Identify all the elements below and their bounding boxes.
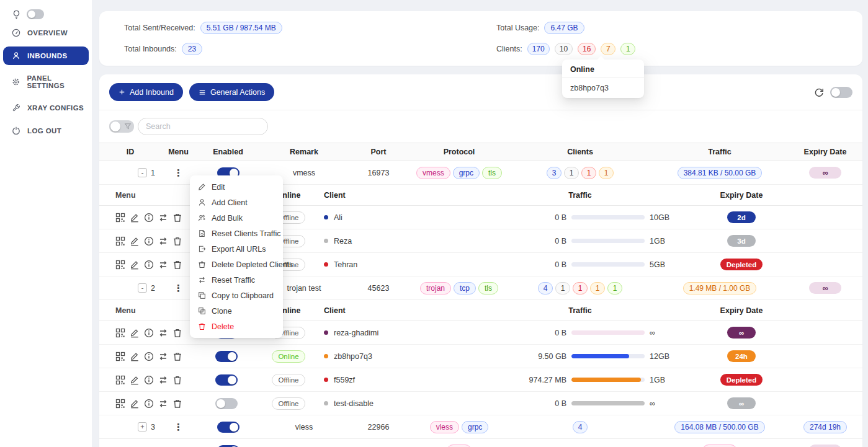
client-enabled-toggle[interactable] — [215, 374, 238, 386]
client-count-badge[interactable]: 1 — [573, 282, 588, 294]
traffic-used: 0 B — [486, 213, 566, 222]
client-count-badge[interactable]: 4 — [573, 421, 588, 433]
qr-code-icon[interactable] — [115, 260, 125, 270]
traffic-bar — [571, 401, 645, 405]
toolbar: Add Inbound General Actions — [99, 74, 862, 110]
protocol-tag: trojan — [420, 282, 451, 294]
funnel-icon — [124, 123, 132, 130]
menu-item-delete-depleted-clients[interactable]: Delete Depleted Clients — [190, 257, 283, 272]
client-count-badge[interactable]: 1 — [581, 167, 596, 179]
sidebar-item-overview[interactable]: OVERVIEW — [3, 24, 89, 42]
delete-icon[interactable] — [172, 213, 182, 223]
edit-icon[interactable] — [130, 260, 140, 270]
client-enabled-toggle[interactable] — [215, 398, 238, 409]
info-icon[interactable] — [144, 213, 154, 223]
client-count-badge[interactable]: 1 — [564, 167, 579, 179]
qr-code-icon[interactable] — [115, 375, 125, 385]
refresh-icon[interactable] — [814, 87, 824, 97]
client-count-badge[interactable]: 1 — [599, 167, 614, 179]
inbound-id: 1 — [151, 169, 155, 177]
edit-icon[interactable] — [130, 213, 140, 223]
inbound-traffic-tag: 384.81 KB / 50.00 GB — [678, 167, 763, 179]
popup-title: Online — [562, 60, 644, 78]
table-header: ID Menu Enabled Remark Port Protocol Cli… — [99, 143, 862, 161]
reset-traffic-icon[interactable] — [158, 352, 168, 361]
sub-col-menu: Menu — [99, 191, 192, 200]
add-inbound-button[interactable]: Add Inbound — [109, 83, 183, 101]
theme-toggle[interactable] — [27, 9, 44, 19]
edit-icon[interactable] — [130, 399, 140, 409]
delete-icon[interactable] — [172, 236, 182, 246]
sidebar-item-panel-settings[interactable]: PANEL SETTINGS — [3, 69, 89, 94]
reset-traffic-icon[interactable] — [158, 236, 168, 246]
menu-item-edit[interactable]: Edit — [190, 179, 283, 195]
clients-expiring-badge[interactable]: 7 — [601, 43, 615, 55]
client-count-badge[interactable]: 1 — [590, 282, 605, 294]
client-count-badge[interactable]: 1 — [607, 282, 622, 294]
menu-item-delete[interactable]: Delete — [190, 319, 283, 334]
expand-row-button[interactable]: + — [138, 422, 147, 432]
delete-icon[interactable] — [172, 260, 182, 270]
menu-item-reset-traffic[interactable]: Reset Traffic — [190, 272, 283, 288]
clients-online-badge[interactable]: 1 — [620, 43, 635, 55]
row-menu-button[interactable]: ⋮ — [174, 168, 183, 177]
sub-col-traffic: Traffic — [465, 191, 695, 200]
auto-refresh-toggle[interactable] — [830, 87, 852, 98]
clients-deactive-badge[interactable]: 10 — [555, 43, 573, 55]
reset-traffic-icon[interactable] — [158, 399, 168, 409]
search-input[interactable] — [138, 118, 268, 135]
menu-item-clone[interactable]: Clone — [190, 303, 283, 319]
menu-item-copy-to-clipboard[interactable]: Copy to Clipboard — [190, 288, 283, 303]
traffic-bar — [571, 215, 645, 219]
reset-traffic-icon[interactable] — [158, 328, 168, 338]
info-icon[interactable] — [144, 260, 154, 270]
delete-icon[interactable] — [172, 399, 182, 409]
client-count-badge[interactable]: 1 — [555, 282, 570, 294]
client-enabled-toggle[interactable] — [215, 351, 238, 362]
info-icon[interactable] — [144, 399, 154, 409]
client-name: Reza — [334, 237, 352, 246]
edit-icon[interactable] — [130, 375, 140, 385]
clients-total-badge[interactable]: 170 — [527, 43, 550, 55]
sidebar-item-xray-configs[interactable]: XRAY CONFIGS — [3, 99, 89, 117]
user-icon — [12, 51, 20, 60]
reset-traffic-icon[interactable] — [158, 375, 168, 385]
protocol-tag: vmess — [416, 167, 450, 179]
menu-item-add-client[interactable]: Add Client — [190, 195, 283, 210]
menu-item-add-bulk[interactable]: Add Bulk — [190, 210, 283, 226]
edit-icon[interactable] — [130, 328, 140, 338]
filter-toggle[interactable] — [109, 120, 134, 133]
inbound-row: + 3 ⋮ vless 22966 vless grpc 4 164.08 MB… — [99, 415, 862, 439]
info-icon[interactable] — [144, 352, 154, 361]
row-menu-button[interactable]: ⋮ — [174, 422, 183, 432]
client-count-badge[interactable]: 3 — [547, 167, 562, 179]
delete-icon[interactable] — [172, 375, 182, 385]
reset-traffic-icon[interactable] — [158, 260, 168, 270]
menu-item-reset-clients-traffic[interactable]: Reset Clients Traffic — [190, 226, 283, 241]
general-actions-button[interactable]: General Actions — [189, 83, 274, 101]
qr-code-icon[interactable] — [115, 328, 125, 338]
sidebar-item-inbounds[interactable]: INBOUNDS — [3, 46, 89, 65]
edit-icon[interactable] — [130, 236, 140, 246]
sidebar-item-log-out[interactable]: LOG OUT — [3, 122, 89, 140]
clients-depleted-badge[interactable]: 16 — [578, 43, 596, 55]
qr-code-icon[interactable] — [115, 236, 125, 246]
client-count-badge[interactable]: 4 — [538, 282, 553, 294]
qr-code-icon[interactable] — [115, 213, 125, 223]
info-icon[interactable] — [144, 328, 154, 338]
inbound-enabled-toggle[interactable] — [217, 422, 239, 433]
info-icon[interactable] — [144, 236, 154, 246]
info-icon[interactable] — [144, 375, 154, 385]
menu-item-export-all-urls[interactable]: Export All URLs — [190, 241, 283, 257]
delete-icon[interactable] — [172, 352, 182, 361]
collapse-row-button[interactable]: - — [138, 283, 147, 293]
reset-traffic-icon[interactable] — [158, 213, 168, 223]
inbound-enabled-toggle[interactable] — [217, 445, 239, 447]
collapse-row-button[interactable]: - — [138, 168, 147, 177]
row-menu-button[interactable]: ⋮ — [174, 283, 183, 293]
qr-code-icon[interactable] — [115, 399, 125, 409]
qr-code-icon[interactable] — [115, 352, 125, 361]
online-status-badge: Offline — [272, 374, 305, 386]
delete-icon[interactable] — [172, 328, 182, 338]
edit-icon[interactable] — [130, 352, 140, 361]
